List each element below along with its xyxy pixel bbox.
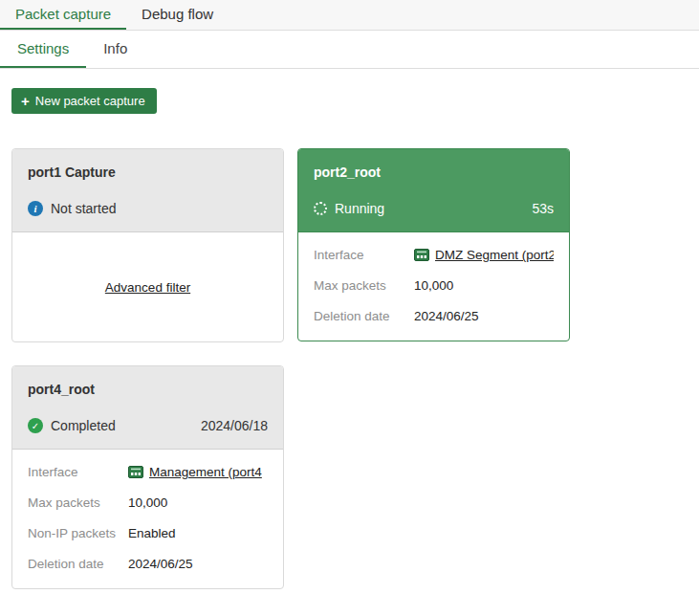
interface-icon [414, 249, 429, 261]
card-header: port2_root Running 53s [298, 149, 569, 232]
field-row-deletion-date: Deletion date 2024/06/25 [28, 557, 268, 571]
spinner-icon [314, 202, 327, 215]
status-text: Running [335, 201, 384, 216]
check-icon: ✓ [28, 418, 43, 433]
new-packet-capture-label: New packet capture [35, 94, 145, 108]
card-title: port1 Capture [28, 165, 268, 180]
advanced-filter-link[interactable]: Advanced filter [105, 280, 190, 295]
status-row: ✓ Completed 2024/06/18 [28, 418, 268, 433]
plus-icon: + [21, 94, 30, 108]
card-header: port4_root ✓ Completed 2024/06/18 [12, 366, 283, 450]
card-body: Advanced filter [12, 232, 283, 341]
field-label: Max packets [314, 278, 414, 293]
toolbar: + New packet capture [0, 69, 699, 114]
field-label: Non-IP packets [28, 526, 128, 540]
field-value: Enabled [128, 526, 268, 540]
status-text: Not started [51, 201, 116, 216]
field-value: 2024/06/25 [128, 557, 268, 571]
secondary-tab-bar: Settings Info [0, 31, 699, 69]
card-title: port2_root [314, 165, 554, 180]
field-row-interface: Interface Management (port4 [28, 465, 268, 479]
field-label: Deletion date [28, 557, 128, 571]
elapsed-time: 53s [532, 201, 554, 216]
card-title: port4_root [28, 382, 268, 397]
card-body: Interface DMZ Segment (port2 [298, 232, 569, 341]
field-label: Max packets [28, 495, 128, 510]
field-label: Deletion date [314, 309, 414, 323]
interface-icon [128, 466, 143, 478]
interface-link[interactable]: DMZ Segment (port2 [435, 248, 554, 262]
card-body: Interface Management (port4 [12, 450, 283, 588]
capture-card-port2-root: port2_root Running 53s Interface [297, 148, 570, 341]
field-label: Interface [28, 465, 128, 479]
status-row: Running 53s [314, 201, 554, 216]
field-row-interface: Interface DMZ Segment (port2 [314, 248, 554, 262]
new-packet-capture-button[interactable]: + New packet capture [11, 88, 157, 114]
tab-debug-flow[interactable]: Debug flow [126, 0, 229, 30]
interface-link[interactable]: Management (port4 [149, 465, 262, 479]
field-value: DMZ Segment (port2 [414, 248, 554, 262]
field-row-non-ip-packets: Non-IP packets Enabled [28, 526, 268, 540]
status-row: i Not started [28, 201, 268, 216]
primary-tab-bar: Packet capture Debug flow [0, 0, 699, 31]
capture-card-grid: port1 Capture i Not started Advanced fil… [0, 114, 699, 589]
field-value: 2024/06/25 [414, 309, 554, 323]
field-value: 10,000 [414, 278, 554, 293]
field-label: Interface [314, 248, 414, 262]
tab-settings[interactable]: Settings [0, 31, 86, 68]
capture-card-port1: port1 Capture i Not started Advanced fil… [11, 148, 284, 342]
field-value: Management (port4 [128, 465, 268, 479]
field-value: 10,000 [128, 495, 268, 510]
tab-info[interactable]: Info [86, 31, 144, 68]
tab-packet-capture[interactable]: Packet capture [0, 0, 126, 30]
info-icon: i [28, 201, 43, 216]
capture-card-port4-root: port4_root ✓ Completed 2024/06/18 Interf… [11, 365, 284, 589]
status-text: Completed [51, 418, 116, 433]
field-row-deletion-date: Deletion date 2024/06/25 [314, 309, 554, 323]
field-row-max-packets: Max packets 10,000 [28, 495, 268, 510]
completed-date: 2024/06/18 [201, 418, 268, 433]
card-header: port1 Capture i Not started [12, 149, 283, 232]
field-row-max-packets: Max packets 10,000 [314, 278, 554, 293]
